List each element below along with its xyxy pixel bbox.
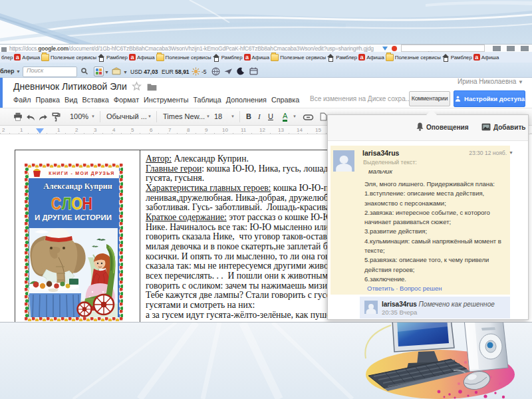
svg-text:Н: Н [82, 194, 92, 213]
svg-text:И ДРУГИЕ ИСТОРИИ: И ДРУГИЕ ИСТОРИИ [35, 213, 112, 221]
svg-text:О: О [71, 194, 82, 213]
svg-text:Александр Куприн: Александр Куприн [43, 182, 112, 191]
svg-text:КНИГИ - МОИ ДРУЗЬЯ: КНИГИ - МОИ ДРУЗЬЯ [49, 171, 114, 176]
svg-text:С: С [51, 194, 61, 213]
svg-text:Л: Л [62, 194, 72, 213]
